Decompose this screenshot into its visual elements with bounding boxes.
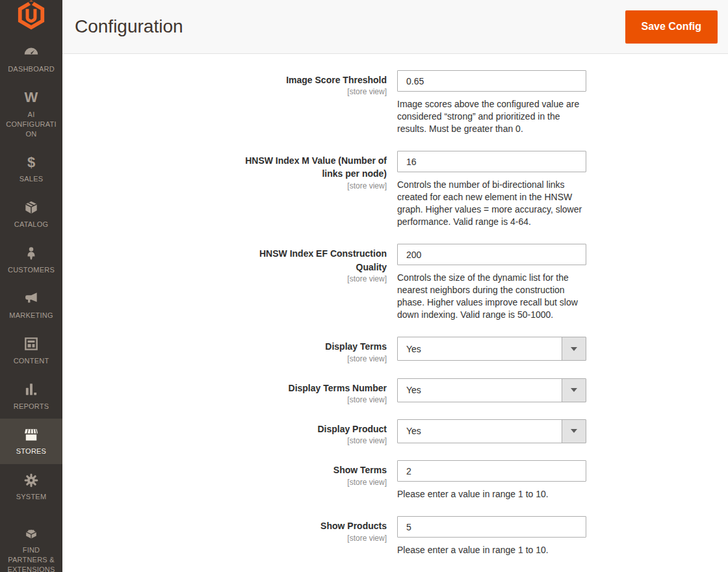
magento-logo-icon: [16, 0, 46, 30]
sidebar-item-label: REPORTS: [3, 402, 59, 411]
form-row-image-score-threshold: Image Score Threshold [store view] Image…: [62, 70, 728, 135]
field-note: Controls the number of bi-directional li…: [397, 179, 586, 228]
admin-sidebar: DASHBOARD W AI CONFIGURATION $ SALES CAT…: [0, 0, 62, 572]
field-note: Image scores above the configured value …: [397, 98, 586, 135]
field-scope: [store view]: [62, 274, 387, 283]
ai-configuration-icon: W: [25, 89, 38, 107]
field-scope: [store view]: [62, 354, 387, 363]
sidebar-item-stores[interactable]: STORES: [0, 419, 62, 464]
sidebar-item-catalog[interactable]: CATALOG: [0, 192, 62, 237]
sidebar-item-label: AI CONFIGURATION: [3, 110, 59, 139]
select-value: Yes: [398, 420, 562, 443]
chevron-down-icon[interactable]: [562, 420, 586, 443]
hnsw-index-m-value-input[interactable]: [397, 151, 586, 172]
select-value: Yes: [398, 379, 562, 402]
sidebar-item-label: CUSTOMERS: [3, 265, 59, 275]
sidebar-item-label: CATALOG: [3, 220, 59, 229]
form-row-hnsw-ef-quality: HNSW Index EF Construction Quality [stor…: [62, 244, 728, 321]
sidebar-item-label: MARKETING: [3, 311, 59, 320]
sidebar-item-dashboard[interactable]: DASHBOARD: [0, 36, 62, 82]
page-title: Configuration: [75, 16, 183, 37]
sidebar-item-label: SALES: [3, 174, 59, 184]
field-label: HNSW Index EF Construction Quality: [236, 247, 387, 274]
sidebar-item-content[interactable]: CONTENT: [0, 328, 62, 374]
select-value: Yes: [398, 337, 562, 360]
dashboard-gauge-icon: [23, 44, 40, 61]
catalog-box-icon: [23, 199, 40, 216]
sidebar-item-find-partners-extensions[interactable]: FIND PARTNERS & EXTENSIONS: [0, 517, 62, 572]
field-note: Please enter a value in range 1 to 10.: [397, 544, 586, 556]
magento-logo[interactable]: [0, 0, 62, 30]
sidebar-item-reports[interactable]: REPORTS: [0, 374, 62, 419]
field-note: Controls the size of the dynamic list fo…: [397, 272, 586, 321]
save-config-button[interactable]: Save Config: [625, 10, 718, 44]
field-label: HNSW Index M Value (Number of links per …: [236, 154, 387, 181]
field-scope: [store view]: [62, 534, 387, 543]
page-header: Configuration Save Config: [62, 0, 728, 54]
reports-chart-icon: [23, 381, 40, 398]
field-scope: [store view]: [62, 436, 387, 445]
field-scope: [store view]: [62, 395, 387, 404]
display-terms-select[interactable]: Yes: [397, 337, 586, 361]
stores-storefront-icon: [23, 426, 40, 443]
field-label: Display Product: [317, 422, 387, 436]
chevron-down-icon[interactable]: [562, 379, 586, 402]
image-score-threshold-input[interactable]: [397, 70, 586, 92]
sidebar-item-label: SYSTEM: [3, 492, 59, 502]
field-scope: [store view]: [62, 87, 387, 96]
display-terms-number-select[interactable]: Yes: [397, 378, 586, 402]
sidebar-item-label: DASHBOARD: [3, 64, 59, 74]
field-label: Show Terms: [333, 463, 387, 476]
field-label: Display Terms Number: [289, 382, 387, 395]
show-products-input[interactable]: [397, 516, 586, 538]
sidebar-item-label: STORES: [3, 447, 59, 456]
sidebar-item-customers[interactable]: CUSTOMERS: [0, 237, 62, 283]
field-label: Show Products: [320, 519, 387, 532]
hnsw-index-ef-quality-input[interactable]: [397, 244, 586, 265]
form-row-display-terms-number: Display Terms Number [store view] Yes: [62, 378, 728, 404]
config-form: Image Score Threshold [store view] Image…: [62, 54, 728, 572]
sidebar-item-marketing[interactable]: MARKETING: [0, 283, 62, 328]
main-panel: Configuration Save Config Image Score Th…: [62, 0, 728, 572]
form-row-display-terms: Display Terms [store view] Yes: [62, 337, 728, 363]
field-label: Display Terms: [325, 340, 387, 353]
extensions-brick-icon: [23, 525, 40, 542]
customers-person-icon: [23, 244, 40, 262]
field-label: Image Score Threshold: [286, 73, 387, 86]
field-scope: [store view]: [62, 181, 387, 190]
display-product-select[interactable]: Yes: [397, 419, 586, 443]
sidebar-item-ai-configuration[interactable]: W AI CONFIGURATION: [0, 82, 62, 147]
sidebar-item-system[interactable]: SYSTEM: [0, 464, 62, 510]
form-row-show-terms: Show Terms [store view] Please enter a v…: [62, 460, 728, 500]
sidebar-item-label: CONTENT: [3, 356, 59, 366]
form-row-display-product: Display Product [store view] Yes: [62, 419, 728, 445]
field-scope: [store view]: [62, 478, 387, 487]
sales-dollar-icon: $: [27, 153, 35, 171]
field-note: Please enter a value in range 1 to 10.: [397, 488, 586, 500]
marketing-megaphone-icon: [23, 290, 40, 307]
sidebar-item-sales[interactable]: $ SALES: [0, 146, 62, 192]
show-terms-input[interactable]: [397, 460, 586, 482]
sidebar-item-label: FIND PARTNERS & EXTENSIONS: [3, 545, 59, 572]
system-gear-icon: [23, 471, 40, 489]
content-layout-icon: [23, 335, 40, 353]
chevron-down-icon[interactable]: [562, 337, 586, 360]
form-row-show-products: Show Products [store view] Please enter …: [62, 516, 728, 556]
form-row-hnsw-m-value: HNSW Index M Value (Number of links per …: [62, 151, 728, 228]
